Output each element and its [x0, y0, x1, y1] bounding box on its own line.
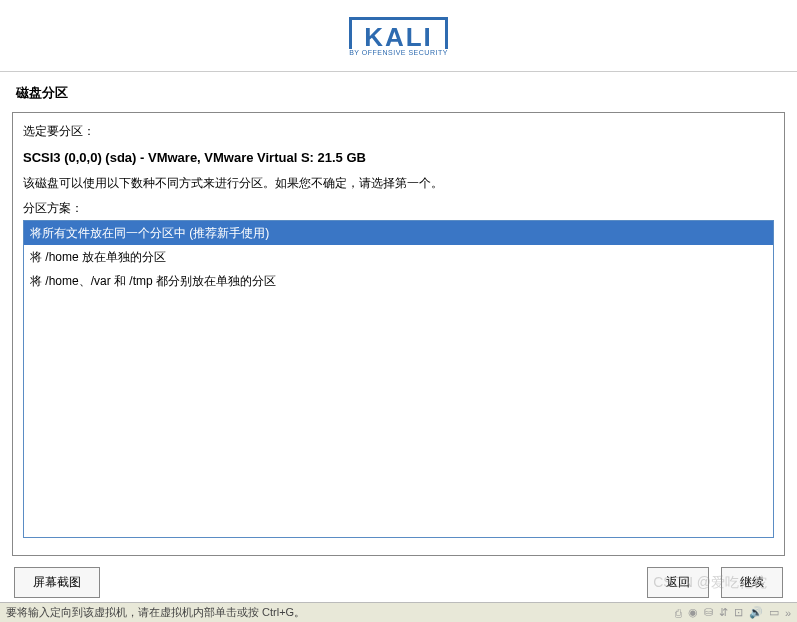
usb-icon: ⊡	[734, 606, 743, 619]
back-button[interactable]: 返回	[647, 567, 709, 598]
logo-text: KALI	[364, 24, 433, 50]
display-icon: ▭	[769, 606, 779, 619]
chevron-icon: »	[785, 607, 791, 619]
status-icons-group: ⎙ ◉ ⛁ ⇵ ⊡ 🔊 ▭ »	[675, 606, 791, 619]
nav-button-group: 返回 继续	[647, 567, 783, 598]
screenshot-button[interactable]: 屏幕截图	[14, 567, 100, 598]
continue-button[interactable]: 继续	[721, 567, 783, 598]
sound-icon: 🔊	[749, 606, 763, 619]
status-message: 要将输入定向到该虚拟机，请在虚拟机内部单击或按 Ctrl+G。	[6, 605, 305, 620]
logo-tagline: BY OFFENSIVE SECURITY	[345, 49, 452, 56]
cd-icon: ◉	[688, 606, 698, 619]
page-title: 磁盘分区	[0, 72, 797, 112]
partition-option-separate-home-var-tmp[interactable]: 将 /home、/var 和 /tmp 都分别放在单独的分区	[24, 269, 773, 293]
vm-status-bar: 要将输入定向到该虚拟机，请在虚拟机内部单击或按 Ctrl+G。 ⎙ ◉ ⛁ ⇵ …	[0, 602, 797, 622]
disk-icon: ⛁	[704, 606, 713, 619]
kali-logo: KALI BY OFFENSIVE SECURITY	[349, 17, 448, 55]
prompt-text: 选定要分区：	[23, 123, 774, 140]
partition-options-list: 将所有文件放在同一个分区中 (推荐新手使用) 将 /home 放在单独的分区 将…	[23, 220, 774, 538]
partition-option-all-in-one[interactable]: 将所有文件放在同一个分区中 (推荐新手使用)	[24, 221, 773, 245]
network-icon: ⇵	[719, 606, 728, 619]
bottom-toolbar: 屏幕截图 返回 继续	[0, 567, 797, 598]
instruction-text: 该磁盘可以使用以下数种不同方式来进行分区。如果您不确定，请选择第一个。	[23, 175, 774, 192]
scheme-label: 分区方案：	[23, 200, 774, 217]
device-icon: ⎙	[675, 607, 682, 619]
partition-option-separate-home[interactable]: 将 /home 放在单独的分区	[24, 245, 773, 269]
header-banner: KALI BY OFFENSIVE SECURITY	[0, 0, 797, 72]
content-panel: 选定要分区： SCSI3 (0,0,0) (sda) - VMware, VMw…	[12, 112, 785, 556]
selected-disk: SCSI3 (0,0,0) (sda) - VMware, VMware Vir…	[23, 150, 774, 165]
